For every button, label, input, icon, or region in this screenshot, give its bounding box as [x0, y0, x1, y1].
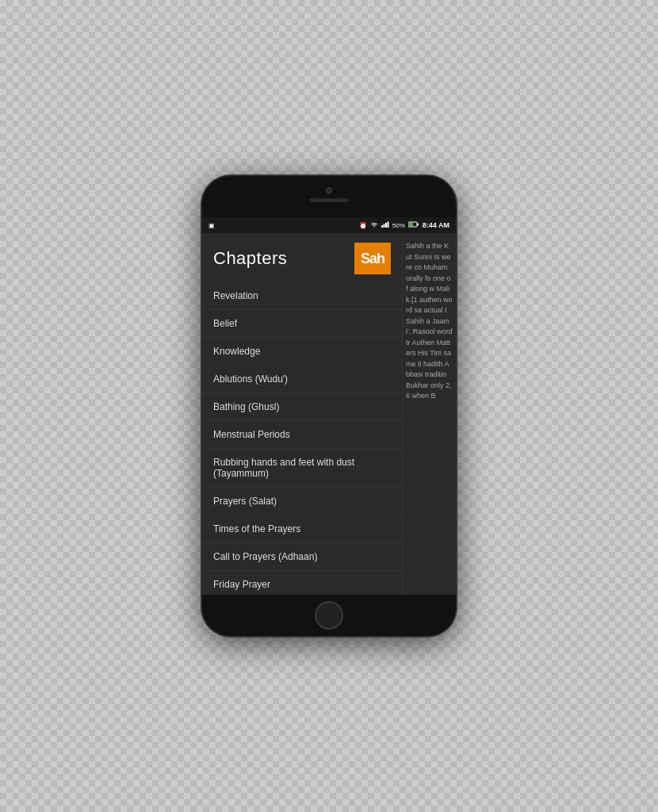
status-right-icons: ⏰ 50%	[359, 221, 450, 229]
chapter-item-belief[interactable]: Belief	[202, 310, 402, 338]
preview-text: Sahih a the Kut Sunni Is were co Muham o…	[406, 242, 453, 400]
battery-percent: 50%	[392, 222, 405, 229]
chapter-item-revelation[interactable]: Revelation	[202, 282, 402, 310]
chapter-item-bathing[interactable]: Bathing (Ghusl)	[202, 393, 402, 421]
svg-rect-3	[387, 222, 388, 228]
chapter-item-tayammum[interactable]: Rubbing hands and feet with dust (Tayamm…	[202, 449, 402, 488]
phone-top-bezel	[202, 176, 456, 217]
svg-rect-2	[385, 223, 387, 228]
chapter-item-knowledge[interactable]: Knowledge	[202, 338, 402, 366]
sah-badge[interactable]: Sah	[354, 243, 391, 274]
chapter-item-menstrual[interactable]: Menstrual Periods	[202, 421, 402, 449]
svg-rect-0	[381, 225, 383, 228]
phone-device: ▣ ⏰	[202, 176, 456, 636]
status-time: 8:44 AM	[423, 221, 450, 229]
app-header: Chapters Sah	[202, 233, 402, 282]
home-button[interactable]	[315, 601, 343, 630]
status-bar: ▣ ⏰	[202, 217, 456, 233]
svg-rect-1	[383, 224, 384, 228]
text-preview-panel: Sahih a the Kut Sunni Is were co Muham o…	[402, 233, 456, 595]
chapter-item-ablutions[interactable]: Ablutions (Wudu')	[202, 366, 402, 393]
wifi-icon	[370, 221, 378, 229]
phone-screen: ▣ ⏰	[202, 217, 456, 595]
battery-icon	[408, 221, 419, 229]
status-left-icons: ▣	[208, 222, 215, 229]
phone-bottom-bezel	[202, 595, 456, 636]
svg-rect-5	[417, 224, 419, 226]
chapter-item-times[interactable]: Times of the Prayers	[202, 515, 402, 543]
chapter-item-prayers[interactable]: Prayers (Salat)	[202, 488, 402, 515]
earpiece-speaker	[309, 198, 349, 202]
notification-icon: ▣	[208, 222, 215, 229]
page-title: Chapters	[213, 248, 287, 269]
chapter-item-adhaan[interactable]: Call to Prayers (Adhaan)	[202, 543, 402, 571]
chapters-panel: Chapters Sah Revelation Belief Knowledge…	[202, 233, 402, 595]
chapter-list: Revelation Belief Knowledge Ablutions (W…	[202, 282, 402, 595]
signal-icon	[381, 221, 389, 229]
svg-rect-6	[409, 223, 413, 226]
chapter-item-friday[interactable]: Friday Prayer	[202, 571, 402, 595]
front-camera	[326, 187, 332, 193]
alarm-icon: ⏰	[359, 222, 367, 229]
app-content: Chapters Sah Revelation Belief Knowledge…	[202, 233, 456, 595]
